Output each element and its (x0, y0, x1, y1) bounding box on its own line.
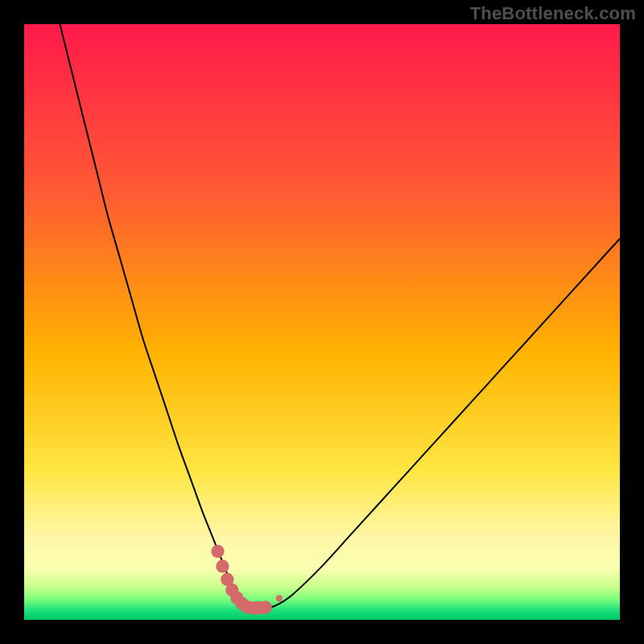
gradient-background (24, 24, 620, 620)
plot-area (24, 24, 620, 620)
bottleneck-chart (24, 24, 620, 620)
highlight-marker (276, 595, 283, 601)
highlight-marker (259, 601, 272, 613)
watermark-text: TheBottleneck.com (470, 3, 636, 24)
highlight-marker (216, 559, 229, 572)
highlight-marker (211, 545, 224, 558)
chart-frame: TheBottleneck.com (0, 0, 644, 644)
